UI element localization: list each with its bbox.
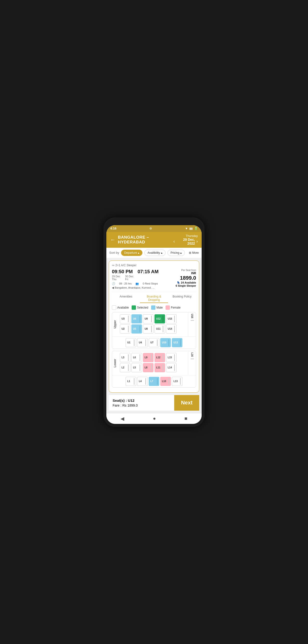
seat-U15[interactable]: U15 (166, 314, 177, 324)
seat-divider (128, 364, 129, 371)
seat-U3[interactable]: U3 (120, 314, 130, 324)
sort-availability-button[interactable]: Availibility ▴ (144, 250, 166, 256)
wifi-icon: ▼ (185, 227, 188, 230)
duration-row: 🕐 09 : 25 hrs 👥 0 Rest Stops (112, 282, 170, 285)
seat-L12[interactable]: L12 (155, 353, 165, 362)
seat-divider (134, 378, 134, 385)
status-bar: 4:16 ⚙ ▼ ▮▮ 🔋 (106, 225, 202, 232)
lower-seats-container: L3 L6 L9 L12 L15 L2 L5 (118, 351, 188, 375)
seat-U5[interactable]: U5 (131, 324, 142, 334)
seat-U6[interactable]: U6 (131, 314, 142, 324)
seat-divider (151, 326, 152, 332)
seat-divider (169, 378, 169, 385)
tab-boarding[interactable]: Boarding & Dropping (140, 294, 168, 303)
more-filter-button[interactable]: ⊞ More (189, 251, 199, 254)
available-info: 💺 24 Available (170, 281, 196, 284)
seat-L10[interactable]: L10 (160, 377, 171, 386)
sort-departure-button[interactable]: Departure ▴ (121, 250, 142, 256)
date-nav: ‹ 29 Dec, 2022 › (174, 238, 198, 245)
seat-U13[interactable]: U13 (172, 338, 182, 347)
status-time: 4:16 (110, 226, 116, 230)
arrival-date: 30 Dec (125, 275, 133, 278)
seat-divider (139, 316, 140, 322)
clock-icon: 🕐 (112, 282, 115, 285)
seat-U1[interactable]: U1 (126, 338, 136, 347)
legend-male: Male (151, 306, 163, 310)
seat-L8[interactable]: L8 (143, 363, 153, 372)
prev-date-button[interactable]: ‹ (174, 239, 175, 244)
seat-divider (151, 316, 152, 322)
seat-L3[interactable]: L3 (120, 353, 130, 362)
sort-label: Sort by (109, 251, 119, 254)
lower-deck-inner: Lower L3 L6 L9 L12 L15 (112, 351, 196, 375)
nav-back-button[interactable]: ◀ (120, 416, 124, 422)
lower-grid: L3 L6 L9 L12 L15 L2 L5 (118, 351, 188, 375)
side-seat-divider (191, 320, 194, 321)
lower-bottom-row: L1 L4 L7 L10 L13 (112, 375, 196, 387)
seat-L2[interactable]: L2 (120, 363, 130, 372)
back-button[interactable]: ← (110, 237, 115, 243)
seats-label: Seat(s) : (113, 398, 127, 402)
dates-row: 29 Dec Thu 30 Dec Fri (112, 275, 170, 281)
seat-L1[interactable]: L1 (126, 377, 136, 386)
more-label: More (192, 251, 199, 254)
duration: 09 : 25 hrs (119, 282, 132, 285)
seat-divider (163, 326, 163, 332)
footer-seats-row: Seat(s) : U12 (113, 398, 170, 402)
seat-U12[interactable]: U12 (155, 314, 165, 324)
seat-U8[interactable]: U8 (143, 324, 153, 334)
side-seat-label: U16 (191, 314, 194, 318)
date-day: Thursday (174, 234, 198, 238)
times-row: 09:50 PM 07:15 AM (112, 269, 170, 274)
seat-L9[interactable]: L9 (143, 353, 153, 362)
seat-divider (163, 364, 163, 371)
tab-amenities[interactable]: Amenities (112, 294, 140, 303)
seat-U10[interactable]: U10 (160, 338, 171, 347)
seat-divider (139, 354, 140, 361)
seat-divider (174, 326, 175, 332)
seat-L5[interactable]: L5 (131, 363, 142, 372)
side-seat-U16[interactable]: U16 (188, 312, 196, 336)
seat-divider (174, 354, 175, 361)
seat-U2[interactable]: U2 (120, 324, 130, 334)
legend-selected: Selected (132, 306, 148, 310)
seat-L7[interactable]: L7 (149, 377, 159, 386)
seat-L6[interactable]: L6 (131, 353, 142, 362)
seat-L14[interactable]: L14 (166, 363, 177, 372)
nav-home-button[interactable]: ● (153, 416, 156, 422)
single-count: 6 (176, 284, 177, 287)
next-button[interactable]: Next (174, 395, 199, 411)
next-date-button[interactable]: › (196, 239, 198, 244)
date-section: Thursday ‹ 29 Dec, 2022 › (174, 234, 198, 245)
fare-value: : Rs 1899.0 (120, 404, 138, 407)
female-box (166, 306, 170, 310)
tab-policy[interactable]: Booking Policy (168, 294, 196, 303)
seat-U9[interactable]: U9 (143, 314, 153, 324)
seat-L11[interactable]: L11 (155, 363, 165, 372)
side-seat-L16[interactable]: L16 (188, 351, 196, 375)
upper-seats-container: U3 U6 U9 U12 U15 U2 U5 (118, 312, 188, 336)
location-icon: ◀ (112, 286, 114, 289)
camera-notch (153, 222, 155, 224)
route-text: Bangalore, Anantapur, Kurnool, ... (115, 286, 155, 289)
male-box (151, 306, 156, 310)
single-label: Single Sleeper (178, 284, 196, 287)
bus-info-row: 09:50 PM 07:15 AM 29 Dec Thu 30 Dec Fri (112, 269, 196, 289)
stops-icon: 👥 (135, 282, 139, 285)
phone-screen: 4:16 ⚙ ▼ ▮▮ 🔋 ← BANGALORE – HYDERABAD Th… (106, 225, 202, 424)
sort-pricing-button[interactable]: Pricing ▴ (168, 250, 185, 256)
arrival-day: Fri (125, 278, 133, 281)
date-display: 29 Dec, 2022 (176, 238, 195, 245)
seat-L4[interactable]: L4 (137, 377, 148, 386)
seat-U14[interactable]: U14 (166, 324, 177, 334)
seat-U4[interactable]: U4 (137, 338, 148, 347)
nav-recent-button[interactable]: ■ (184, 416, 187, 422)
nav-bar: ◀ ● ■ (106, 413, 202, 424)
side-seat-label-lower: L16 (191, 352, 194, 356)
settings-icon: ⚙ (149, 227, 152, 230)
seat-L13[interactable]: L13 (172, 377, 182, 386)
seat-U7[interactable]: U7 (149, 338, 159, 347)
seat-L15[interactable]: L15 (166, 353, 177, 362)
seat-U11[interactable]: U11 (155, 324, 165, 334)
female-legend-label: Female (171, 306, 181, 309)
